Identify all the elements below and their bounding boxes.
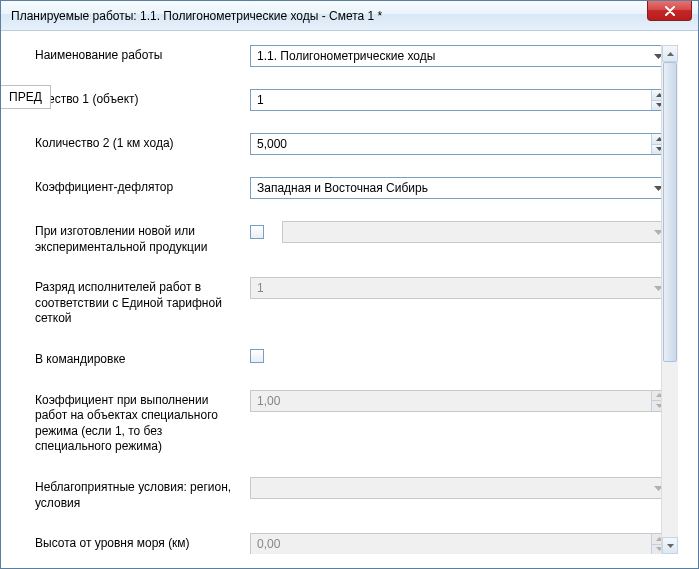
row-name: Наименование работы 1.1. Полигонометриче… bbox=[35, 45, 668, 67]
scrollbar-thumb[interactable] bbox=[663, 62, 677, 362]
select-deflator[interactable]: Западная и Восточная Сибирь bbox=[250, 177, 668, 199]
row-rank: Разряд исполнителей работ в соответствии… bbox=[35, 277, 668, 327]
spin-qty2[interactable]: 5,000 bbox=[250, 133, 668, 155]
select-adverse bbox=[250, 477, 668, 499]
scroll-down-button[interactable] bbox=[662, 537, 678, 554]
row-alt: Высота от уровня моря (км) 0,00 bbox=[35, 533, 668, 554]
chevron-down-icon bbox=[667, 544, 674, 548]
svg-marker-16 bbox=[667, 544, 674, 548]
spin-alt: 0,00 bbox=[250, 533, 668, 554]
row-qty1: ичество 1 (объект) 1 bbox=[35, 89, 668, 111]
scroll-up-button[interactable] bbox=[662, 45, 678, 62]
label-trip: В командировке bbox=[35, 349, 250, 368]
row-qty2: Количество 2 (1 км хода) 5,000 bbox=[35, 133, 668, 155]
checkbox-newprod[interactable] bbox=[250, 225, 264, 239]
spin-special: 1,00 bbox=[250, 390, 668, 412]
pred-tab[interactable]: ПРЕД bbox=[0, 85, 51, 109]
row-adverse: Неблагоприятные условия: регион, условия bbox=[35, 477, 668, 511]
spin-special-value: 1,00 bbox=[257, 394, 280, 408]
spin-qty1[interactable]: 1 bbox=[250, 89, 668, 111]
select-rank-value: 1 bbox=[257, 281, 264, 295]
spin-qty2-value: 5,000 bbox=[257, 137, 287, 151]
svg-marker-15 bbox=[667, 52, 674, 56]
select-name[interactable]: 1.1. Полигонометрические ходы bbox=[250, 45, 668, 67]
client-area: Наименование работы 1.1. Полигонометриче… bbox=[1, 31, 698, 568]
vertical-scrollbar[interactable] bbox=[661, 45, 678, 554]
row-deflator: Коэффициент-дефлятор Западная и Восточна… bbox=[35, 177, 668, 199]
label-alt: Высота от уровня моря (км) bbox=[35, 533, 250, 552]
label-name: Наименование работы bbox=[35, 45, 250, 64]
row-special: Коэффициент при выполнении работ на объе… bbox=[35, 390, 668, 455]
window-title: Планируемые работы: 1.1. Полигонометриче… bbox=[7, 9, 382, 23]
row-trip: В командировке bbox=[35, 349, 668, 368]
label-newprod: При изготовлении новой или экспериментал… bbox=[35, 221, 250, 255]
titlebar: Планируемые работы: 1.1. Полигонометриче… bbox=[1, 1, 698, 31]
label-qty1: ичество 1 (объект) bbox=[35, 89, 250, 108]
close-icon bbox=[664, 6, 676, 16]
chevron-up-icon bbox=[667, 52, 674, 56]
label-rank: Разряд исполнителей работ в соответствии… bbox=[35, 277, 250, 327]
spin-qty1-value: 1 bbox=[257, 93, 264, 107]
select-name-value: 1.1. Полигонометрические ходы bbox=[257, 49, 435, 63]
label-adverse: Неблагоприятные условия: регион, условия bbox=[35, 477, 250, 511]
select-rank: 1 bbox=[250, 277, 668, 299]
form-scroll-area: Наименование работы 1.1. Полигонометриче… bbox=[15, 45, 678, 554]
select-deflator-value: Западная и Восточная Сибирь bbox=[257, 181, 428, 195]
checkbox-trip[interactable] bbox=[250, 349, 264, 363]
form: Наименование работы 1.1. Полигонометриче… bbox=[15, 45, 678, 554]
row-newprod: При изготовлении новой или экспериментал… bbox=[35, 221, 668, 255]
spin-alt-value: 0,00 bbox=[257, 537, 280, 551]
dialog-window: Планируемые работы: 1.1. Полигонометриче… bbox=[0, 0, 699, 569]
close-button[interactable] bbox=[647, 1, 692, 21]
label-qty2: Количество 2 (1 км хода) bbox=[35, 133, 250, 152]
label-special: Коэффициент при выполнении работ на объе… bbox=[35, 390, 250, 455]
select-newprod bbox=[282, 221, 668, 243]
label-deflator: Коэффициент-дефлятор bbox=[35, 177, 250, 196]
